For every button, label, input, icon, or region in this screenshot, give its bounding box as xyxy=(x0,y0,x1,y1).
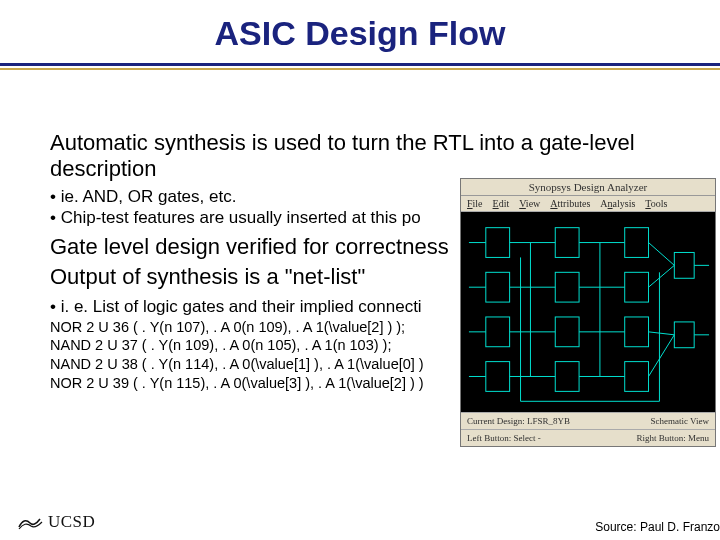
svg-rect-0 xyxy=(486,228,510,258)
toolbar-design-label: Current Design: LFSR_8YB xyxy=(467,416,570,426)
menu-edit[interactable]: Edit xyxy=(493,198,510,209)
svg-rect-10 xyxy=(625,317,649,347)
wave-icon xyxy=(18,513,44,531)
window-titlebar: Synopsys Design Analyzer xyxy=(461,179,715,196)
schematic-svg xyxy=(461,212,715,412)
status-left: Left Button: Select - xyxy=(467,433,541,443)
paragraph-synthesis: Automatic synthesis is used to turn the … xyxy=(50,130,690,182)
svg-rect-6 xyxy=(555,317,579,347)
title-area: ASIC Design Flow xyxy=(0,0,720,70)
rule-navy xyxy=(0,63,720,66)
slide: ASIC Design Flow Automatic synthesis is … xyxy=(0,0,720,540)
menu-analysis[interactable]: Analysis xyxy=(600,198,635,209)
svg-rect-12 xyxy=(674,252,694,278)
svg-line-28 xyxy=(649,332,675,335)
svg-rect-4 xyxy=(555,228,579,258)
menu-file[interactable]: File xyxy=(467,198,483,209)
status-right: Right Button: Menu xyxy=(636,433,709,443)
menu-tools[interactable]: Tools xyxy=(645,198,667,209)
svg-rect-3 xyxy=(486,362,510,392)
window-statusbar: Left Button: Select - Right Button: Menu xyxy=(461,429,715,446)
svg-rect-5 xyxy=(555,272,579,302)
schematic-canvas[interactable] xyxy=(461,212,715,412)
window-menubar: File Edit View Attributes Analysis Tools xyxy=(461,196,715,212)
source-credit: Source: Paul D. Franzo xyxy=(595,520,720,534)
svg-line-27 xyxy=(649,265,675,287)
rule-gold xyxy=(0,68,720,70)
svg-rect-2 xyxy=(486,317,510,347)
svg-rect-8 xyxy=(625,228,649,258)
window-toolbar: Current Design: LFSR_8YB Schematic View xyxy=(461,412,715,429)
slide-title: ASIC Design Flow xyxy=(0,14,720,53)
title-rules xyxy=(0,63,720,70)
menu-view[interactable]: View xyxy=(519,198,540,209)
svg-rect-9 xyxy=(625,272,649,302)
svg-line-29 xyxy=(649,335,675,377)
logo-text: UCSD xyxy=(48,512,95,532)
synopsys-window: Synopsys Design Analyzer File Edit View … xyxy=(460,178,716,447)
svg-line-26 xyxy=(649,243,675,266)
svg-rect-7 xyxy=(555,362,579,392)
toolbar-view-label: Schematic View xyxy=(650,416,709,426)
svg-rect-1 xyxy=(486,272,510,302)
menu-attributes[interactable]: Attributes xyxy=(550,198,590,209)
svg-rect-13 xyxy=(674,322,694,348)
svg-rect-11 xyxy=(625,362,649,392)
ucsd-logo: UCSD xyxy=(18,512,95,532)
